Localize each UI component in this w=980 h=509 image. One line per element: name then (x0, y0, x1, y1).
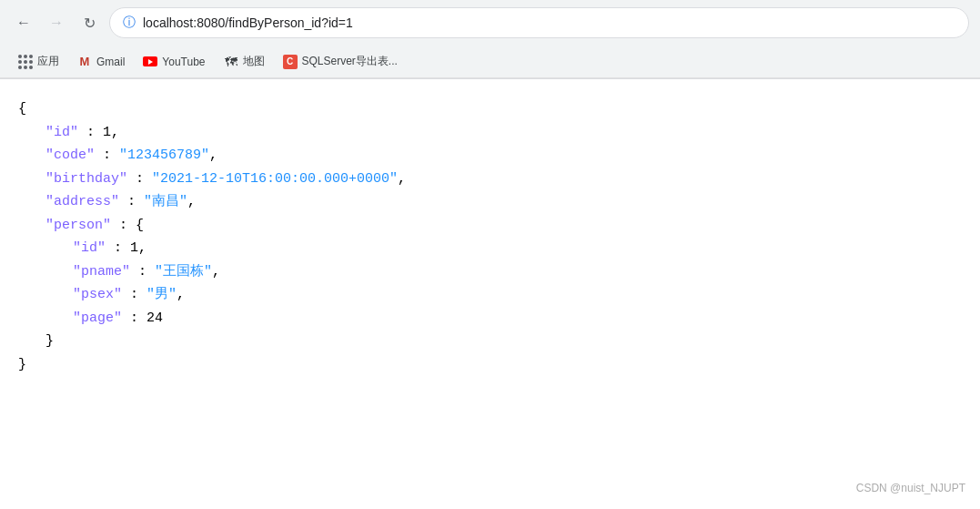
back-button[interactable]: ← (11, 10, 36, 36)
json-display: { "id" : 1, "code" : "123456789", "birth… (18, 97, 962, 376)
bookmark-apps-label: 应用 (37, 54, 59, 69)
nav-bar: ← → ↻ ⓘ localhost:8080/findByPerson_id?i… (0, 0, 980, 46)
bookmark-youtube-label: YouTube (162, 56, 205, 68)
json-key-psex: "psex" (73, 287, 122, 302)
browser-chrome: ← → ↻ ⓘ localhost:8080/findByPerson_id?i… (0, 0, 980, 79)
json-key-birthday: "birthday" (45, 171, 127, 187)
content-area: { "id" : 1, "code" : "123456789", "birth… (0, 79, 980, 509)
json-value-person-id: 1 (130, 240, 138, 256)
json-value-page: 24 (146, 310, 163, 326)
json-value-psex: "男" (146, 287, 177, 302)
json-value-birthday: "2021-12-10T16:00:00.000+0000" (152, 171, 398, 187)
forward-button[interactable]: → (44, 10, 69, 36)
json-key-code: "code" (45, 148, 95, 163)
json-value-code: "123456789" (119, 148, 209, 163)
url-text: localhost:8080/findByPerson_id?id=1 (143, 15, 353, 30)
json-key-person: "person" (45, 218, 111, 233)
bookmark-maps[interactable]: 🗺 地图 (217, 50, 272, 73)
json-open-brace: { (18, 101, 26, 117)
address-bar[interactable]: ⓘ localhost:8080/findByPerson_id?id=1 (109, 7, 969, 38)
json-value-id: 1 (103, 125, 111, 140)
reload-button[interactable]: ↻ (76, 10, 102, 36)
apps-icon (18, 55, 33, 69)
watermark: CSDN @nuist_NJUPT (856, 479, 965, 497)
json-close-brace: } (18, 357, 26, 372)
youtube-icon (143, 55, 157, 69)
bookmark-youtube[interactable]: YouTube (136, 51, 212, 73)
bookmark-gmail-label: Gmail (96, 56, 125, 68)
maps-icon: 🗺 (224, 55, 238, 69)
json-value-address: "南昌" (144, 194, 187, 209)
json-person-close: } (45, 333, 54, 349)
bookmark-sqlserver-label: SQLServer导出表... (302, 54, 398, 69)
bookmarks-bar: 应用 M Gmail YouTube 🗺 地图 (0, 46, 980, 78)
json-person-open: { (136, 218, 144, 233)
json-key-pname: "pname" (73, 264, 130, 280)
bookmark-gmail[interactable]: M Gmail (70, 51, 132, 73)
bookmark-maps-label: 地图 (243, 54, 265, 69)
json-key-person-id: "id" (73, 240, 106, 256)
json-key-page: "page" (73, 310, 122, 326)
bookmark-sqlserver[interactable]: C SQLServer导出表... (276, 50, 405, 73)
json-value-pname: "王国栋" (155, 264, 212, 280)
json-key-address: "address" (45, 194, 119, 209)
csdn-icon: C (283, 55, 298, 69)
info-icon: ⓘ (123, 15, 136, 31)
bookmark-apps[interactable]: 应用 (11, 50, 66, 73)
json-key-id: "id" (45, 125, 78, 140)
gmail-icon: M (77, 55, 92, 69)
